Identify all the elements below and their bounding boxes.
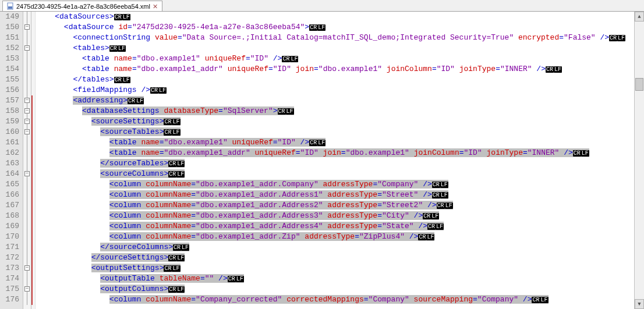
fold-cell: − (23, 106, 31, 116)
code-line[interactable]: <column columnName="Company_corrected" c… (37, 294, 634, 305)
crlf-marker: CR (128, 98, 136, 104)
fold-toggle-icon[interactable]: − (24, 108, 30, 113)
file-tab[interactable]: 2475d230-4925-4e1a-a27e-8a3c86eeba54.xml… (2, 1, 162, 11)
crlf-marker: CR (278, 108, 286, 115)
crlf-marker: LF (440, 182, 448, 188)
svg-rect-1 (8, 6, 12, 9)
code-line[interactable]: <table name="dbo.example1_addr" uniqueRe… (37, 64, 634, 74)
fold-cell: − (23, 43, 31, 54)
crlf-marker: CR (609, 35, 617, 41)
crlf-marker: CR (109, 45, 118, 52)
line-number-gutter: 1491501511521531541551561571581591601611… (0, 12, 23, 309)
crlf-marker: LF (540, 297, 548, 303)
tab-filename: 2475d230-4925-4e1a-a27e-8a3c86eeba54.xml (16, 3, 150, 10)
fold-toggle-icon[interactable]: − (24, 286, 30, 292)
code-line[interactable]: <databaseSettings databaseType="SqlServe… (37, 106, 634, 116)
code-line[interactable]: <column columnName="dbo.example1_addr.Ad… (37, 221, 634, 232)
change-marker (31, 211, 33, 221)
crlf-marker: CR (114, 14, 122, 20)
crlf-marker: CR (164, 129, 172, 136)
fold-cell: − (23, 116, 31, 127)
crlf-marker: CR (432, 192, 440, 198)
fold-cell (23, 33, 31, 43)
code-line[interactable]: <column columnName="dbo.example1_addr.Zi… (37, 232, 634, 242)
crlf-marker: CR (168, 286, 176, 293)
code-line[interactable]: </tables>CRLF (37, 74, 634, 85)
crlf-marker: CR (532, 297, 540, 303)
crlf-marker: LF (445, 203, 453, 209)
code-line[interactable]: <column columnName="dbo.example1_addr.Co… (37, 179, 634, 190)
change-marker (31, 294, 33, 305)
fold-toggle-icon[interactable]: − (24, 265, 30, 271)
code-line[interactable]: <outputTable tableName="" />CRLF (37, 274, 634, 284)
change-marker (31, 232, 33, 242)
line-number: 153 (3, 54, 19, 64)
code-line[interactable]: <sourceSettings>CRLF (37, 116, 634, 127)
code-line[interactable]: <column columnName="dbo.example1_addr.Ad… (37, 190, 634, 200)
change-marker (31, 253, 33, 263)
vertical-scrollbar[interactable]: ▲ ▼ (634, 12, 644, 309)
fold-cell (23, 74, 31, 85)
fold-cell (23, 190, 31, 200)
code-line[interactable]: <sourceColumns>CRLF (37, 169, 634, 179)
line-number: 166 (3, 190, 19, 200)
change-marker (31, 148, 33, 158)
line-number: 167 (3, 200, 19, 211)
fold-toggle-icon[interactable]: − (24, 119, 30, 124)
crlf-marker: CR (114, 77, 122, 83)
code-line[interactable]: <column columnName="dbo.example1_addr.Ad… (37, 211, 634, 221)
code-line[interactable]: </sourceTables>CRLF (37, 158, 634, 169)
crlf-marker: LF (317, 24, 325, 31)
change-marker-bar (31, 12, 36, 309)
code-line[interactable]: <dataSource id="2475d230-4925-4e1a-a27e-… (37, 22, 634, 33)
code-line[interactable]: </sourceColumns>CRLF (37, 242, 634, 253)
crlf-marker: LF (172, 119, 180, 125)
crlf-marker: LF (172, 265, 180, 272)
line-number: 151 (3, 33, 19, 43)
crlf-marker: LF (426, 234, 434, 240)
line-number: 171 (3, 242, 19, 253)
code-line[interactable]: <dataSources>CRLF (37, 12, 634, 22)
line-number: 154 (3, 64, 19, 74)
code-line[interactable]: <outputSettings>CRLF (37, 263, 634, 274)
code-line[interactable]: <table name="dbo.example1_addr" uniqueRe… (37, 148, 634, 158)
code-line[interactable]: <addressing>CRLF (37, 95, 634, 106)
crlf-marker: LF (436, 223, 444, 230)
crlf-marker: LF (158, 87, 167, 94)
code-line[interactable]: <column columnName="dbo.example1_addr.Ad… (37, 200, 634, 211)
fold-cell (23, 12, 31, 22)
line-number: 161 (3, 137, 19, 148)
crlf-marker: CR (437, 203, 445, 209)
code-line[interactable]: <connectionString value="Data Source=.;I… (37, 33, 634, 43)
line-number: 160 (3, 127, 19, 137)
fold-toggle-icon[interactable]: − (24, 98, 30, 103)
crlf-marker: LF (122, 14, 130, 20)
crlf-marker: LF (617, 35, 625, 41)
fold-cell (23, 294, 31, 305)
scroll-thumb[interactable] (635, 78, 643, 91)
code-line[interactable]: <table name="dbo.example1" uniqueRef="ID… (37, 54, 634, 64)
crlf-marker: CR (228, 276, 236, 282)
fold-toggle-icon[interactable]: − (24, 45, 30, 51)
code-line[interactable]: <fieldMappings />CRLF (37, 85, 634, 95)
crlf-marker: CR (432, 182, 440, 188)
code-line[interactable]: </sourceSettings>CRLF (37, 253, 634, 263)
code-area[interactable]: <dataSources>CRLF <dataSource id="2475d2… (36, 12, 634, 309)
fold-toggle-icon[interactable]: − (24, 129, 30, 134)
fold-cell: − (23, 263, 31, 274)
crlf-marker: LF (554, 66, 562, 73)
scroll-up-button[interactable]: ▲ (635, 12, 644, 22)
crlf-marker: LF (317, 140, 325, 146)
fold-toggle-icon[interactable]: − (24, 24, 30, 30)
close-icon[interactable]: ✕ (153, 3, 158, 9)
code-line[interactable]: <tables>CRLF (37, 43, 634, 54)
crlf-marker: LF (176, 286, 185, 293)
code-line[interactable]: <table name="dbo.example1" uniqueRef="ID… (37, 137, 634, 148)
fold-cell: − (23, 169, 31, 179)
line-number: 149 (3, 12, 19, 22)
crlf-marker: CR (282, 56, 290, 62)
code-line[interactable]: <outputColumns>CRLF (37, 284, 634, 294)
scroll-down-button[interactable]: ▼ (635, 299, 644, 309)
code-line[interactable]: <sourceTables>CRLF (37, 127, 634, 137)
fold-toggle-icon[interactable]: − (24, 171, 30, 176)
